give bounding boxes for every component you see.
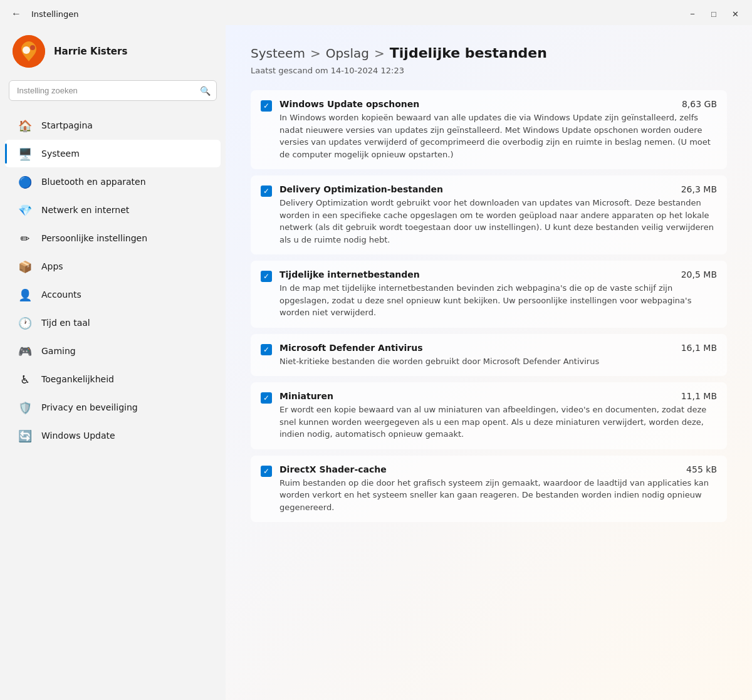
sidebar-item-toegankelijkheid[interactable]: ♿Toegankelijkheid [5, 365, 221, 393]
accounts-icon: 👤 [18, 287, 33, 302]
avatar [13, 35, 45, 68]
bluetooth-icon: 🔵 [18, 174, 33, 189]
sidebar-item-privacy[interactable]: 🛡️Privacy en beveiliging [5, 394, 221, 421]
apps-icon: 📦 [18, 259, 33, 274]
breadcrumb-part1: Systeem [251, 46, 305, 61]
file-size-3: 16,1 MB [681, 343, 717, 353]
startpagina-icon: 🏠 [18, 118, 33, 133]
file-size-1: 26,3 MB [681, 184, 717, 194]
file-checkbox-0[interactable] [261, 100, 272, 112]
file-checkbox-2[interactable] [261, 271, 272, 282]
file-content-1: Delivery Optimization-bestanden26,3 MBDe… [279, 184, 717, 246]
file-title-1: Delivery Optimization-bestanden [279, 184, 443, 194]
file-content-4: Miniaturen11,1 MBEr wordt een kopie bewa… [279, 391, 717, 441]
sidebar-item-accounts[interactable]: 👤Accounts [5, 281, 221, 308]
file-desc-0: In Windows worden kopieën bewaard van al… [279, 112, 717, 160]
systeem-icon: 🖥️ [18, 146, 33, 161]
user-name: Harrie Kisters [54, 46, 127, 57]
svg-point-2 [30, 45, 35, 50]
sidebar-item-label-apps: Apps [41, 261, 63, 271]
file-title-2: Tijdelijke internetbestanden [279, 269, 420, 279]
back-button[interactable]: ← [8, 7, 25, 21]
breadcrumb-sep2: > [374, 46, 385, 61]
privacy-icon: 🛡️ [18, 400, 33, 415]
sidebar-item-label-bluetooth: Bluetooth en apparaten [41, 177, 146, 187]
file-desc-2: In de map met tijdelijke internetbestand… [279, 282, 717, 319]
file-size-5: 455 kB [686, 464, 717, 474]
toegankelijkheid-icon: ♿ [18, 372, 33, 387]
file-checkbox-4[interactable] [261, 392, 272, 404]
scan-date: Laatst gescand om 14-10-2024 12:23 [251, 66, 727, 75]
sidebar-item-startpagina[interactable]: 🏠Startpagina [5, 112, 221, 139]
close-button[interactable]: ✕ [726, 7, 744, 21]
persoonlijk-icon: ✏️ [18, 231, 33, 246]
file-desc-4: Er wordt een kopie bewaard van al uw min… [279, 404, 717, 441]
sidebar-item-label-toegankelijkheid: Toegankelijkheid [41, 374, 114, 384]
file-item-5: DirectX Shader-cache455 kBRuim bestanden… [251, 456, 727, 523]
titlebar-title: Instellingen [31, 9, 79, 19]
sidebar-item-label-persoonlijk: Persoonlijke instellingen [41, 233, 147, 243]
file-desc-1: Delivery Optimization wordt gebruikt voo… [279, 197, 717, 246]
sidebar-item-apps[interactable]: 📦Apps [5, 253, 221, 280]
file-content-3: Microsoft Defender Antivirus16,1 MBNiet-… [279, 343, 717, 368]
file-item-0: Windows Update opschonen8,63 GBIn Window… [251, 90, 727, 169]
sidebar-item-label-accounts: Accounts [41, 290, 81, 300]
sidebar-item-label-systeem: Systeem [41, 149, 80, 159]
netwerk-icon: 💎 [18, 202, 33, 217]
sidebar-item-bluetooth[interactable]: 🔵Bluetooth en apparaten [5, 168, 221, 196]
file-content-2: Tijdelijke internetbestanden20,5 MBIn de… [279, 269, 717, 319]
sidebar-item-tijd[interactable]: 🕐Tijd en taal [5, 309, 221, 337]
search-box: 🔍 [9, 80, 217, 101]
file-item-4: Miniaturen11,1 MBEr wordt een kopie bewa… [251, 382, 727, 449]
sidebar-item-netwerk[interactable]: 💎Netwerk en internet [5, 196, 221, 224]
minimize-button[interactable]: − [683, 7, 702, 21]
tijd-icon: 🕐 [18, 315, 33, 330]
file-item-3: Microsoft Defender Antivirus16,1 MBNiet-… [251, 334, 727, 377]
titlebar-controls: − □ ✕ [683, 7, 744, 21]
sidebar-item-label-gaming: Gaming [41, 346, 76, 356]
sidebar-item-systeem[interactable]: 🖥️Systeem [5, 140, 221, 167]
file-size-0: 8,63 GB [682, 99, 717, 109]
file-item-1: Delivery Optimization-bestanden26,3 MBDe… [251, 175, 727, 254]
file-item-2: Tijdelijke internetbestanden20,5 MBIn de… [251, 261, 727, 328]
maximize-button[interactable]: □ [704, 7, 723, 21]
file-desc-5: Ruim bestanden op die door het grafisch … [279, 477, 717, 514]
user-section: Harrie Kisters [0, 25, 226, 80]
breadcrumb: Systeem > Opslag > Tijdelijke bestanden [251, 45, 727, 61]
file-title-3: Microsoft Defender Antivirus [279, 343, 423, 353]
sidebar-item-persoonlijk[interactable]: ✏️Persoonlijke instellingen [5, 224, 221, 252]
file-checkbox-1[interactable] [261, 185, 272, 197]
svg-point-1 [23, 46, 30, 54]
sidebar-item-label-tijd: Tijd en taal [41, 318, 90, 328]
file-title-0: Windows Update opschonen [279, 99, 419, 109]
file-content-0: Windows Update opschonen8,63 GBIn Window… [279, 99, 717, 160]
file-size-2: 20,5 MB [681, 269, 717, 279]
file-title-4: Miniaturen [279, 391, 333, 401]
file-title-5: DirectX Shader-cache [279, 464, 387, 474]
nav-list: 🏠Startpagina🖥️Systeem🔵Bluetooth en appar… [0, 111, 226, 450]
titlebar: ← Instellingen − □ ✕ [0, 0, 752, 25]
app-body: Harrie Kisters 🔍 🏠Startpagina🖥️Systeem🔵B… [0, 25, 752, 700]
main-content: Systeem > Opslag > Tijdelijke bestanden … [226, 25, 752, 700]
breadcrumb-sep1: > [310, 46, 321, 61]
sidebar-item-windows-update[interactable]: 🔄Windows Update [5, 422, 221, 449]
titlebar-left: ← Instellingen [8, 7, 79, 21]
breadcrumb-current: Tijdelijke bestanden [390, 45, 547, 61]
sidebar-item-label-windows-update: Windows Update [41, 431, 115, 441]
search-input[interactable] [9, 80, 217, 101]
sidebar-item-label-netwerk: Netwerk en internet [41, 205, 129, 215]
sidebar-item-gaming[interactable]: 🎮Gaming [5, 337, 221, 365]
file-desc-3: Niet-kritieke bestanden die worden gebru… [279, 355, 717, 368]
file-checkbox-5[interactable] [261, 466, 272, 477]
sidebar-item-label-privacy: Privacy en beveiliging [41, 402, 138, 412]
file-checkbox-3[interactable] [261, 344, 272, 355]
sidebar: Harrie Kisters 🔍 🏠Startpagina🖥️Systeem🔵B… [0, 25, 226, 700]
file-list: Windows Update opschonen8,63 GBIn Window… [251, 90, 727, 522]
file-size-4: 11,1 MB [681, 391, 717, 401]
sidebar-item-label-startpagina: Startpagina [41, 120, 93, 130]
breadcrumb-part2: Opslag [326, 46, 369, 61]
file-content-5: DirectX Shader-cache455 kBRuim bestanden… [279, 464, 717, 514]
windows-update-icon: 🔄 [18, 428, 33, 443]
gaming-icon: 🎮 [18, 343, 33, 358]
